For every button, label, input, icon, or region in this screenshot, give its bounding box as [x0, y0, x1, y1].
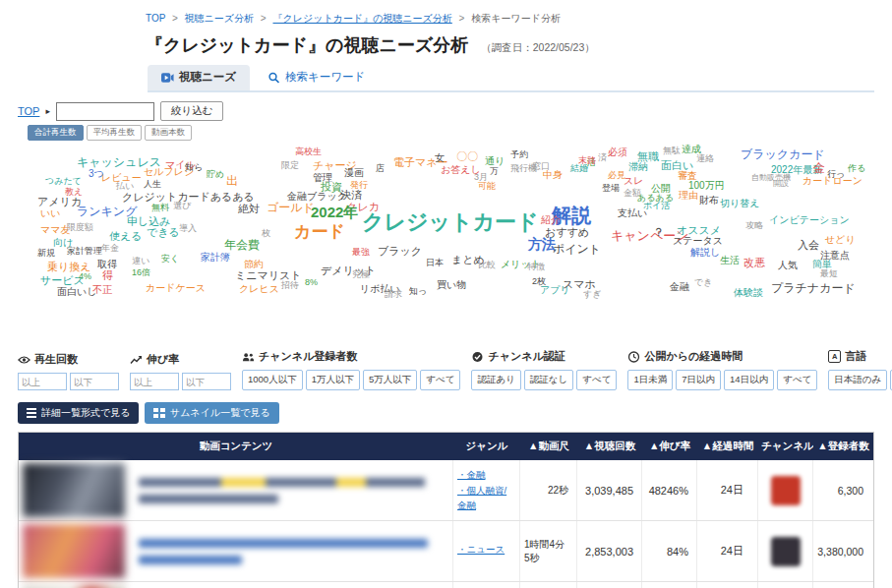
cloud-tab-video-count[interactable]: 動画本数	[145, 125, 192, 141]
video-title-blurred[interactable]	[129, 460, 453, 520]
wordcloud-term[interactable]: 貯め	[207, 170, 224, 179]
wordcloud-term[interactable]: クレジットカード	[362, 211, 539, 233]
channel-avatar[interactable]	[771, 537, 801, 566]
wordcloud-term[interactable]: 限度額	[67, 223, 93, 232]
tab-viewing-needs[interactable]: 視聴ニーズ	[148, 65, 250, 90]
wordcloud-term[interactable]: 女	[435, 153, 445, 163]
wordcloud-term[interactable]: 払い	[116, 182, 134, 191]
breadcrumb-needs-analysis[interactable]: 視聴ニーズ分析	[185, 13, 254, 24]
wordcloud-term[interactable]: 特徴	[527, 263, 545, 271]
genre-link[interactable]: ・ニュース	[457, 543, 505, 557]
genre-link[interactable]: ・個人融資/金融	[457, 484, 515, 512]
wordcloud-term[interactable]: 選び	[173, 202, 191, 210]
subscribers-option-all[interactable]: すべて	[420, 370, 460, 390]
wordcloud-term[interactable]: プラチナカード	[771, 282, 856, 294]
wordcloud-term[interactable]: 無駄	[663, 147, 681, 155]
wordcloud-term[interactable]: 〇〇	[456, 151, 478, 162]
wordcloud-term[interactable]: 節約	[244, 260, 264, 269]
wordcloud-term[interactable]: 無料	[151, 204, 169, 212]
video-title-blurred[interactable]	[129, 582, 453, 588]
wordcloud-term[interactable]: カード	[294, 223, 345, 240]
wordcloud-term[interactable]: 解説し	[690, 248, 720, 258]
breadcrumb-current-analysis[interactable]: 『クレジットカード』の視聴ニーズ分析	[272, 13, 451, 24]
wordcloud-term[interactable]: 人生	[144, 180, 161, 189]
wordcloud-term[interactable]: 日本	[426, 259, 444, 267]
header-duration-sort[interactable]: ▲動画尺	[520, 433, 577, 460]
wordcloud-term[interactable]: 店	[376, 164, 385, 173]
wordcloud-term[interactable]: 究極	[352, 270, 370, 279]
channel-avatar[interactable]	[771, 476, 801, 505]
wordcloud-term[interactable]: 8%	[305, 278, 318, 287]
wordcloud-term[interactable]: 年会費	[224, 239, 260, 251]
wordcloud-term[interactable]: 3つ	[89, 169, 104, 179]
wordcloud-term[interactable]: 新規	[37, 249, 55, 258]
play-count-max-input[interactable]	[70, 373, 119, 390]
toolbar-filter-button[interactable]: 絞り込む	[160, 101, 224, 121]
elapsed-option-7days[interactable]: 7日以内	[676, 370, 721, 390]
wordcloud-term[interactable]: ブラックカード	[741, 148, 825, 160]
wordcloud-term[interactable]: ママ友	[40, 225, 70, 235]
play-count-min-input[interactable]	[18, 373, 67, 390]
wordcloud-term[interactable]: 知っ	[409, 287, 427, 296]
wordcloud-term[interactable]: 限定	[281, 161, 299, 170]
wordcloud-term[interactable]: 招待	[281, 281, 299, 290]
wordcloud-term[interactable]: 取得	[97, 260, 117, 269]
wordcloud-term[interactable]: 中身	[543, 170, 563, 180]
wordcloud-term[interactable]: 開設	[773, 180, 789, 188]
wordcloud-term[interactable]: 買い物	[437, 280, 466, 290]
wordcloud-term[interactable]: カードケース	[146, 283, 206, 293]
wordcloud-term[interactable]: 不正	[92, 285, 112, 295]
elapsed-option-14days[interactable]: 14日以内	[724, 370, 774, 390]
wordcloud-term[interactable]: 請求	[385, 290, 402, 299]
elapsed-option-all[interactable]: すべて	[777, 370, 817, 390]
wordcloud-term[interactable]: 絶対	[238, 204, 260, 214]
wordcloud-term[interactable]: 導入	[179, 224, 197, 233]
wordcloud-term[interactable]: 方法	[528, 237, 556, 251]
wordcloud-term[interactable]: 16倍	[132, 268, 150, 277]
wordcloud-term[interactable]: 改悪	[743, 258, 765, 268]
cloud-tab-average-views[interactable]: 平均再生数	[87, 125, 143, 141]
wordcloud-term[interactable]: 体験談	[734, 288, 763, 298]
elapsed-option-1day[interactable]: 1日未満	[627, 370, 673, 390]
wordcloud-term[interactable]: 財布	[699, 196, 719, 206]
wordcloud-term[interactable]: スレ	[624, 176, 643, 186]
wordcloud-term[interactable]: 決済	[340, 190, 362, 201]
video-thumbnail[interactable]	[23, 463, 125, 517]
wordcloud-term[interactable]: 金融	[670, 282, 689, 292]
wordcloud-term[interactable]: 安く	[161, 255, 179, 264]
wordcloud-term[interactable]: すぎ	[583, 290, 601, 299]
wordcloud-term[interactable]: 支払い	[618, 208, 647, 218]
wordcloud-term[interactable]: クレヒス	[239, 284, 279, 294]
subscribers-option-50000[interactable]: 5万人以下	[363, 370, 417, 390]
wordcloud-term[interactable]: 作る	[848, 164, 865, 173]
wordcloud-term[interactable]: 年金	[101, 244, 119, 253]
wordcloud-term[interactable]: ステータス	[673, 236, 723, 246]
header-elapsed-sort[interactable]: ▲経過時間	[697, 433, 758, 460]
thumbnail-list-view-button[interactable]: サムネイル一覧で見る	[145, 402, 278, 424]
wordcloud-term[interactable]: ポイント	[553, 243, 601, 255]
wordcloud-term[interactable]: カードローン	[803, 176, 862, 186]
subscribers-option-10000[interactable]: 1万人以下	[306, 370, 360, 390]
wordcloud-term[interactable]: 家計管理	[67, 247, 102, 256]
breadcrumb-top[interactable]: TOP	[146, 13, 165, 24]
wordcloud-term[interactable]: 滞納	[628, 162, 648, 172]
subscribers-option-1000[interactable]: 1000人以下	[242, 370, 303, 390]
wordcloud-term[interactable]: 登場	[602, 184, 620, 193]
wordcloud-term[interactable]: 連絡	[696, 154, 714, 163]
wordcloud-term[interactable]: 末路	[578, 156, 596, 165]
toolbar-filter-input[interactable]	[56, 102, 154, 121]
wordcloud-term[interactable]: 入会	[798, 240, 819, 251]
toolbar-top-link[interactable]: TOP	[18, 105, 39, 117]
verified-option-no[interactable]: 認証なし	[524, 370, 573, 390]
wordcloud-term[interactable]: 注意点	[820, 251, 850, 261]
detail-list-view-button[interactable]: 詳細一覧形式で見る	[18, 402, 139, 424]
wordcloud-term[interactable]: 4%	[79, 272, 91, 281]
wordcloud-term[interactable]: 予約	[510, 150, 528, 159]
wordcloud-term[interactable]: ゴールド	[267, 202, 315, 213]
wordcloud-term[interactable]: ブラック	[378, 246, 422, 257]
language-option-japanese[interactable]: 日本語のみ	[828, 370, 887, 390]
tab-search-keyword[interactable]: 検索キーワード	[254, 65, 379, 90]
wordcloud-term[interactable]: 家計簿	[201, 253, 230, 263]
wordcloud-term[interactable]: 済	[598, 153, 607, 162]
wordcloud-term[interactable]: 万	[490, 167, 499, 176]
